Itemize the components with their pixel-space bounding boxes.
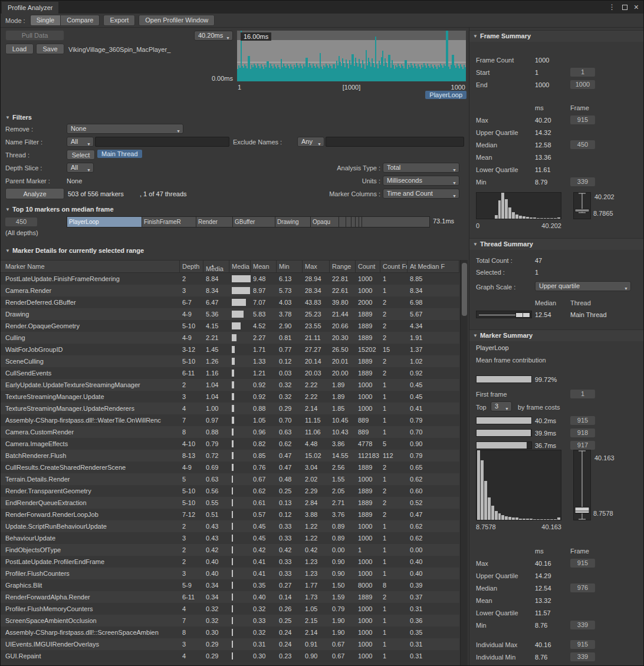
more-icon[interactable]: ⋮ (609, 3, 616, 11)
table-row[interactable]: FindObjectsOfType20.420.420.420.420.0011… (1, 544, 459, 556)
table-scrollbar[interactable] (460, 260, 468, 666)
marker-details-header[interactable]: ▼Marker Details for currently selected r… (5, 247, 144, 254)
table-row[interactable]: Profiler.FlushMemoryCounters40.320.320.2… (1, 603, 459, 615)
table-row[interactable]: CullResults.CreateSharedRendererScene4-9… (1, 461, 459, 473)
col-count-frame[interactable]: Count Fra (380, 261, 408, 272)
table-row[interactable]: WaitForJobGroupID3-121.451.710.7727.2726… (1, 344, 459, 355)
window-tab[interactable]: Profile Analyzer (2, 2, 58, 14)
analyze-button[interactable]: Analyze (5, 188, 64, 199)
table-row[interactable]: Assembly-CSharp-firstpass.dll!::ScreenSp… (1, 627, 459, 638)
table-row[interactable]: Assembly-CSharp-firstpass.dll!::WaterTil… (1, 414, 459, 426)
thread-summary-header[interactable]: ▼Thread Summary (469, 238, 644, 250)
top10-segment[interactable] (351, 217, 356, 227)
frame-badge[interactable]: 915 (570, 116, 595, 124)
table-row[interactable]: Profiler.FlushCounters30.400.410.331.230… (1, 568, 459, 579)
frame-badge[interactable]: 450 (570, 140, 595, 149)
table-row[interactable]: UIEvents.IMGUIRenderOverlays30.290.310.2… (1, 638, 459, 650)
table-row[interactable]: Camera.ImageEffects4-100.790.820.624.483… (1, 438, 459, 450)
marker-summary-header[interactable]: ▼Marker Summary (469, 329, 644, 341)
table-row[interactable]: Render.TransparentGeometry5-100.560.620.… (1, 485, 459, 497)
table-row[interactable]: ScreenSpaceAmbientOcclusion70.320.330.25… (1, 615, 459, 627)
col-max[interactable]: Max (303, 261, 330, 272)
col-min[interactable]: Min (277, 261, 303, 272)
table-row[interactable]: BatchRenderer.Flush8-130.720.850.4715.02… (1, 450, 459, 461)
col-median-sorted[interactable]: ▲Media (203, 261, 229, 272)
frame-badge[interactable]: 915 (570, 559, 595, 568)
frame-badge[interactable]: 915 (570, 640, 595, 649)
name-filter-input[interactable] (95, 137, 229, 147)
top10-segment-drawing[interactable]: Drawing (275, 217, 311, 227)
selected-marker-chip[interactable]: PlayerLoop (425, 91, 466, 99)
frame-summary-header[interactable]: ▼Frame Summary (469, 30, 644, 42)
exclude-names-input[interactable] (326, 137, 464, 147)
table-row[interactable]: Terrain.Details.Render50.630.670.482.021… (1, 473, 459, 485)
thread-graph-row[interactable]: 12.54 Main Thread (469, 308, 644, 321)
remove-dropdown[interactable]: None▼ (67, 124, 183, 134)
col-depth[interactable]: Depth (180, 261, 203, 272)
table-row[interactable]: Graphics.Blit5-90.340.350.271.771.508000… (1, 579, 459, 591)
first-frame-badge[interactable]: 1 (570, 390, 595, 398)
load-button[interactable]: Load (5, 44, 34, 54)
pull-data-button[interactable]: Pull Data (5, 30, 64, 41)
top10-segment-opaqu[interactable]: Opaqu (311, 217, 339, 227)
units-dropdown[interactable]: Milliseconds▼ (383, 176, 459, 186)
col-at-median-frame[interactable]: At Median F (408, 261, 459, 272)
col-median-bar[interactable]: Media (229, 261, 251, 272)
top10-segment[interactable] (362, 217, 429, 227)
frame-badge[interactable]: 917 (570, 441, 595, 450)
col-range[interactable]: Range (330, 261, 356, 272)
table-row[interactable]: Camera.Render38.348.975.7328.3422.611000… (1, 285, 459, 296)
frame-badge[interactable]: 976 (570, 583, 595, 592)
analysis-type-dropdown[interactable]: Total▼ (383, 163, 459, 173)
top10-segment[interactable] (339, 217, 346, 227)
top10-segment-finishframer[interactable]: FinishFrameR (142, 217, 196, 227)
frame-badge[interactable]: 1 (570, 68, 595, 77)
frame-badge[interactable]: 339 (570, 652, 595, 661)
exclude-mode-dropdown[interactable]: Any▼ (297, 137, 324, 147)
table-row[interactable]: RenderForward.RenderLoopJob7-120.510.570… (1, 509, 459, 520)
frame-badge[interactable]: 915 (570, 416, 595, 425)
frame-badge[interactable]: 339 (570, 177, 595, 186)
graph-scale-dropdown[interactable]: Upper quartile▼ (535, 281, 631, 291)
thread-select-button[interactable]: Select (67, 150, 95, 160)
top10-segment-gbuffer[interactable]: GBuffer (233, 217, 275, 227)
frame-time-chart[interactable]: 16.00ms (236, 30, 466, 82)
table-row[interactable]: EndRenderQueueExtraction5-100.550.610.13… (1, 497, 459, 509)
table-row[interactable]: TextureStreamingManager.Update31.040.920… (1, 391, 459, 403)
tab-compare[interactable]: Compare (61, 15, 100, 26)
top10-marker-bar[interactable]: PlayerLoopFinishFrameRRenderGBufferDrawi… (67, 216, 430, 228)
table-row[interactable]: RenderForwardAlpha.Render6-110.340.400.1… (1, 591, 459, 603)
table-row[interactable]: Render.OpaqueGeometry5-104.154.522.9023.… (1, 320, 459, 332)
median-frame-badge[interactable]: 450 (5, 217, 37, 226)
export-button[interactable]: Export (103, 15, 135, 26)
top10-header[interactable]: ▼Top 10 markers on median frame (5, 206, 114, 213)
table-row[interactable]: SceneCulling5-101.261.330.1220.1420.0118… (1, 355, 459, 367)
marker-columns-dropdown[interactable]: Time and Count▼ (383, 189, 459, 199)
frame-badge[interactable]: 339 (570, 621, 595, 629)
frame-scale-dropdown[interactable]: 40.20ms▼ (194, 31, 233, 41)
thread-selected-chip[interactable]: Main Thread (97, 150, 142, 158)
table-row[interactable]: Drawing4-95.365.833.7825.2321.44188925.6… (1, 308, 459, 320)
top10-segment[interactable] (346, 217, 351, 227)
frame-badge[interactable]: 918 (570, 428, 595, 437)
table-row[interactable]: GUI.Repaint40.290.300.230.900.67100010.3… (1, 650, 459, 662)
table-row[interactable]: EarlyUpdate.UpdateTextureStreamingManage… (1, 379, 459, 391)
top10-segment-render[interactable]: Render (196, 217, 233, 227)
col-mean[interactable]: Mean (251, 261, 277, 272)
table-row[interactable]: CullSendEvents6-111.161.210.0320.0320.00… (1, 367, 459, 379)
col-marker-name[interactable]: Marker Name (1, 261, 180, 272)
depth-slice-dropdown[interactable]: All▼ (67, 163, 94, 173)
filters-header[interactable]: ▼Filters (5, 114, 32, 121)
scrollbar-thumb[interactable] (462, 263, 467, 316)
save-button[interactable]: Save (36, 44, 64, 54)
table-row[interactable]: BehaviourUpdate30.430.450.331.220.891000… (1, 532, 459, 544)
frame-badge[interactable]: 1000 (570, 80, 595, 89)
top10-segment-playerloop[interactable]: PlayerLoop (67, 217, 142, 227)
close-icon[interactable]: × (634, 4, 639, 10)
name-filter-mode-dropdown[interactable]: All▼ (67, 137, 94, 147)
top-count-dropdown[interactable]: 3▼ (491, 401, 512, 411)
tab-single[interactable]: Single (30, 15, 61, 26)
col-count[interactable]: Count (356, 261, 380, 272)
table-row[interactable]: TextureStreamingManager.UpdateRenderers4… (1, 403, 459, 414)
table-row[interactable]: PostLateUpdate.ProfilerEndFrame20.400.41… (1, 556, 459, 568)
